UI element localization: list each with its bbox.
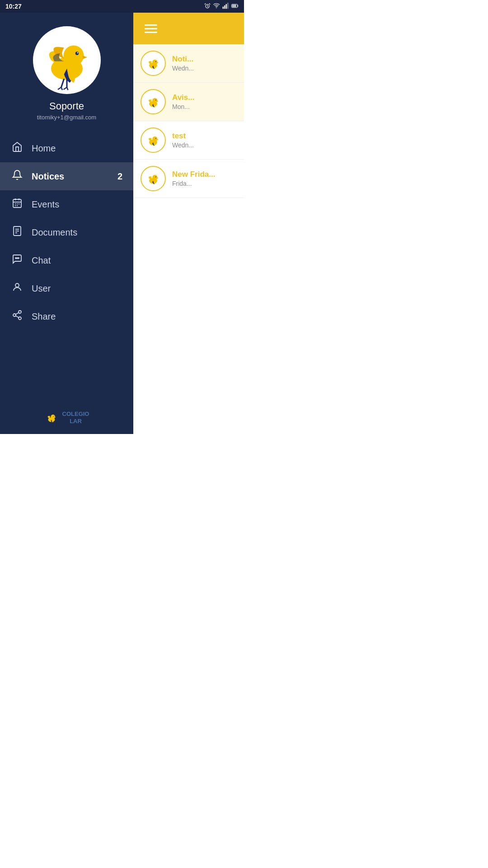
svg-point-54 [155,176,156,177]
svg-point-45 [155,61,156,62]
sidebar-item-chat[interactable]: Chat [0,246,133,274]
svg-point-32 [17,258,18,259]
sidebar: Soporte titomiky+1@gmail.com Home [0,13,133,434]
profile-name: Soporte [49,100,84,112]
sidebar-item-documents-label: Documents [32,227,77,238]
sidebar-item-notices-label: Notices [32,171,64,182]
notice-content-2: Avis... Mon... [172,93,237,110]
svg-point-50 [152,137,157,142]
svg-point-36 [13,314,16,316]
notice-item-4[interactable]: New Frida... Frida... [133,160,244,198]
svg-rect-18 [13,199,21,208]
sidebar-item-events-label: Events [32,199,59,210]
svg-rect-5 [227,3,228,9]
notice-date-3: Wedn... [172,142,237,149]
status-icons [204,3,239,10]
chat-icon [11,254,23,267]
notice-avatar-1 [141,51,166,76]
svg-point-44 [152,60,157,65]
hamburger-line-1 [145,24,157,26]
notice-avatar-2 [141,89,166,114]
profile-email: titomiky+1@gmail.com [37,114,96,121]
svg-point-34 [15,283,19,287]
notice-item-3[interactable]: test Wedn... [133,121,244,160]
svg-rect-2 [223,6,224,9]
right-header [133,13,244,44]
battery-icon [231,3,239,10]
svg-point-11 [77,52,78,54]
svg-point-33 [18,258,19,259]
notice-date-4: Frida... [172,180,237,187]
sidebar-item-home-label: Home [32,143,56,154]
home-icon [11,142,23,155]
hamburger-line-2 [145,28,157,29]
svg-point-48 [155,99,156,100]
notice-title-3: test [172,132,237,141]
sidebar-item-notices[interactable]: Notices 2 [0,162,133,190]
notice-item-2[interactable]: Avis... Mon... [133,83,244,121]
notice-avatar-4 [141,166,166,191]
status-bar: 10:27 [0,0,244,13]
svg-point-41 [51,415,55,419]
svg-line-17 [67,87,68,90]
notice-content-3: test Wedn... [172,132,237,149]
main-layout: Soporte titomiky+1@gmail.com Home [0,13,244,434]
svg-rect-3 [224,5,225,9]
notice-date-1: Wedn... [172,65,237,72]
notice-avatar-3 [141,127,166,153]
svg-point-37 [19,317,21,320]
notice-title-4: New Frida... [172,170,237,179]
avatar [33,26,101,94]
sidebar-footer: COLEGIO LAR [0,401,133,434]
notice-title-2: Avis... [172,93,237,102]
notice-content-4: New Frida... Frida... [172,170,237,187]
notice-content-1: Noti... Wedn... [172,55,237,72]
svg-rect-4 [226,4,227,9]
footer-brand: COLEGIO LAR [62,410,89,425]
sidebar-item-events[interactable]: Events [0,190,133,218]
document-icon [11,226,23,239]
svg-line-12 [61,79,64,87]
svg-point-47 [152,98,157,103]
svg-point-1 [216,7,217,8]
svg-line-38 [16,316,19,318]
sidebar-item-user-label: User [32,283,51,294]
notice-date-2: Mon... [172,103,237,110]
svg-line-16 [63,87,67,90]
svg-line-14 [58,87,61,90]
alarm-icon [204,3,211,10]
svg-point-10 [75,52,79,55]
right-panel: Noti... Wedn... [133,13,244,434]
sidebar-item-share[interactable]: Share [0,302,133,330]
svg-line-15 [61,87,62,90]
hamburger-button[interactable] [142,22,160,35]
user-icon [11,282,23,295]
hamburger-line-3 [145,32,157,33]
notices-list: Noti... Wedn... [133,44,244,434]
profile-section: Soporte titomiky+1@gmail.com [0,13,133,130]
status-time: 10:27 [5,3,22,10]
svg-point-53 [152,175,157,180]
sidebar-item-documents[interactable]: Documents [0,218,133,246]
sidebar-item-user[interactable]: User [0,274,133,302]
bell-icon [11,170,23,183]
svg-rect-7 [232,5,236,7]
nav-menu: Home Notices 2 [0,130,133,401]
share-icon [11,310,23,323]
svg-point-42 [53,416,54,417]
sidebar-item-chat-label: Chat [32,255,51,266]
notice-item-1[interactable]: Noti... Wedn... [133,44,244,83]
svg-point-9 [63,46,84,66]
svg-point-51 [155,138,156,139]
svg-line-39 [16,313,19,315]
svg-point-35 [19,311,21,313]
sidebar-item-home[interactable]: Home [0,134,133,162]
calendar-icon [11,198,23,211]
wifi-icon [213,3,220,10]
sidebar-item-share-label: Share [32,311,56,322]
notices-badge: 2 [117,171,122,182]
svg-point-31 [15,258,16,259]
signal-icon [222,3,229,10]
notice-title-1: Noti... [172,55,237,64]
